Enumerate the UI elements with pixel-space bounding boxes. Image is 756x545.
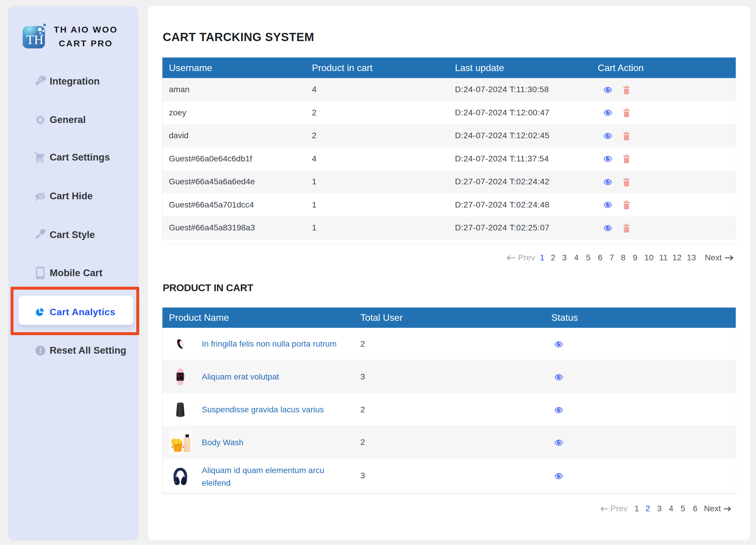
svg-text:TH: TH (26, 33, 43, 47)
